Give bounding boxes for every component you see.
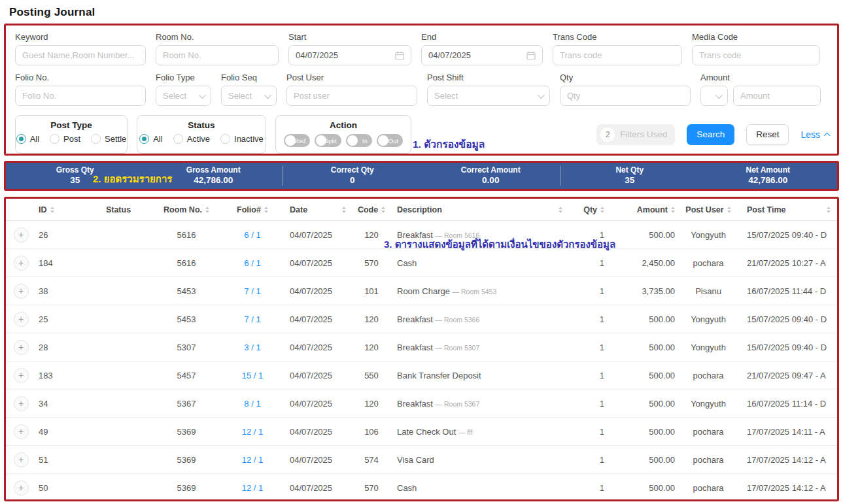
column-header-status[interactable]: Status <box>82 205 155 214</box>
folio-seq-select[interactable]: Select <box>221 86 277 106</box>
cell-code: 550 <box>353 371 390 380</box>
expand-row-button[interactable]: + <box>14 256 29 271</box>
trans-code-label: Trans Code <box>553 32 682 42</box>
cell-room-no: 5369 <box>155 427 218 437</box>
column-header-amount[interactable]: Amount <box>607 205 678 214</box>
status-group-title: Status <box>145 120 258 130</box>
cell-id: 26 <box>36 230 82 240</box>
cell-post-time: 21/07/2025 09:47 - A <box>739 371 837 380</box>
expand-row-button[interactable]: + <box>14 480 29 496</box>
post-shift-select[interactable]: Select <box>427 86 550 106</box>
net-group: Net Qty 35 Net Amount 42,786.00 <box>560 166 837 186</box>
amount-input[interactable] <box>733 86 821 106</box>
plus-icon: + <box>18 286 24 295</box>
status-radio-inactive[interactable]: Inactive <box>220 134 264 144</box>
column-header-code[interactable]: Code <box>353 205 390 214</box>
search-button[interactable]: Search <box>687 124 734 145</box>
expand-row-button[interactable]: + <box>14 452 29 467</box>
folio-no-label: Folio No. <box>15 73 146 82</box>
posting-journal-page: Posting Journal Keyword Room No. Start 0… <box>0 0 843 504</box>
results-table: 3. ตารางแสดงข้อมูลที่ได้ตามเงื่อนไขของตั… <box>4 197 839 501</box>
start-date-field: Start 04/07/2025 <box>288 32 411 65</box>
column-header-qty[interactable]: Qty <box>569 205 607 214</box>
radio-checked-icon <box>16 134 26 144</box>
action-group-title: Action <box>284 120 403 130</box>
filter-annotation: 1. ตัวกรองข้อมูล <box>413 136 485 152</box>
folio-link[interactable]: 8 / 1 <box>244 399 260 409</box>
expand-row-button[interactable]: + <box>14 227 29 243</box>
less-link-label: Less <box>800 129 820 140</box>
status-radio-all[interactable]: All <box>139 134 162 144</box>
sort-icon <box>205 207 209 213</box>
post-type-radio-post[interactable]: Post <box>50 134 80 144</box>
folio-link[interactable]: 12 / 1 <box>242 455 264 465</box>
cell-date: 04/07/2025 <box>287 286 353 296</box>
radio-icon <box>91 134 101 144</box>
post-type-radio-settle[interactable]: Settle <box>91 134 126 144</box>
post-type-group-title: Post Type <box>24 120 119 130</box>
status-radio-active[interactable]: Active <box>173 134 210 144</box>
table-row: + 50 5369 12 / 1 04/07/2025 570 Cash 1 5… <box>6 474 837 501</box>
description-text: Visa Card <box>397 455 434 465</box>
start-date-input[interactable]: 04/07/2025 <box>288 45 411 65</box>
cell-qty: 1 <box>569 286 607 296</box>
keyword-input[interactable] <box>15 45 146 65</box>
status-group: Status All Active Inactive <box>137 115 266 154</box>
split-toggle[interactable]: Split <box>315 134 341 147</box>
column-header-post-user[interactable]: Post User <box>678 205 739 214</box>
post-shift-placeholder: Select <box>434 91 538 101</box>
cell-description: Breakfast — Room 5366 <box>390 314 569 324</box>
void-toggle[interactable]: Void <box>284 134 310 147</box>
cell-code: 574 <box>353 455 390 465</box>
expand-row-button[interactable]: + <box>14 424 29 439</box>
column-header-post-time[interactable]: Post Time <box>739 205 837 214</box>
in-toggle[interactable]: In <box>346 134 372 147</box>
expand-row-button[interactable]: + <box>14 340 29 355</box>
cell-date: 04/07/2025 <box>287 371 353 380</box>
amount-operator-select[interactable] <box>700 86 728 106</box>
cell-id: 34 <box>36 399 82 409</box>
filter-row-2: Folio No. Folio Type Select Folio Seq Se… <box>15 73 828 106</box>
cell-post-user: pochara <box>678 455 739 465</box>
post-type-radio-all[interactable]: All <box>16 134 39 144</box>
folio-link[interactable]: 12 / 1 <box>242 483 264 493</box>
folio-link[interactable]: 6 / 1 <box>244 230 260 240</box>
column-header-date[interactable]: Date <box>287 205 353 214</box>
expand-row-button[interactable]: + <box>14 396 29 411</box>
folio-link[interactable]: 12 / 1 <box>242 427 264 437</box>
post-user-input[interactable] <box>286 86 417 106</box>
expand-row-button[interactable]: + <box>14 312 29 327</box>
folio-link[interactable]: 7 / 1 <box>244 314 260 324</box>
expand-row-button[interactable]: + <box>14 284 29 299</box>
column-header-id[interactable]: ID <box>36 205 82 214</box>
reset-button[interactable]: Reset <box>746 124 789 145</box>
room-no-input[interactable] <box>156 45 279 65</box>
post-shift-label: Post Shift <box>427 73 550 82</box>
filter-panel: Keyword Room No. Start 04/07/2025 End 04… <box>4 24 839 156</box>
qty-input[interactable] <box>560 86 691 106</box>
column-header-description[interactable]: Description <box>390 205 569 214</box>
folio-link[interactable]: 7 / 1 <box>244 286 260 296</box>
folio-link[interactable]: 15 / 1 <box>242 371 264 380</box>
column-header-room[interactable]: Room No. <box>155 205 218 214</box>
folio-link[interactable]: 6 / 1 <box>244 258 260 268</box>
folio-no-input[interactable] <box>15 86 146 106</box>
media-code-input[interactable] <box>692 45 820 65</box>
column-header-folio[interactable]: Folio# <box>218 205 287 214</box>
folio-type-field: Folio Type Select <box>156 73 211 106</box>
cell-qty: 1 <box>569 371 607 380</box>
description-text: Cash <box>397 258 417 268</box>
out-toggle[interactable]: Out <box>377 134 403 147</box>
table-body: + 26 5616 6 / 1 04/07/2025 120 Breakfast… <box>6 221 837 501</box>
end-date-input[interactable]: 04/07/2025 <box>421 45 543 65</box>
cell-description: Visa Card <box>390 455 569 465</box>
trans-code-input[interactable] <box>553 45 682 65</box>
folio-link[interactable]: 3 / 1 <box>244 343 260 352</box>
amount-field: Amount <box>700 73 821 106</box>
net-qty-stat: Net Qty 35 <box>560 165 699 186</box>
less-link[interactable]: Less <box>800 129 828 140</box>
folio-type-select[interactable]: Select <box>156 86 211 106</box>
expand-row-button[interactable]: + <box>14 368 29 383</box>
net-qty-value: 35 <box>560 175 699 186</box>
cell-room-no: 5453 <box>155 314 218 324</box>
